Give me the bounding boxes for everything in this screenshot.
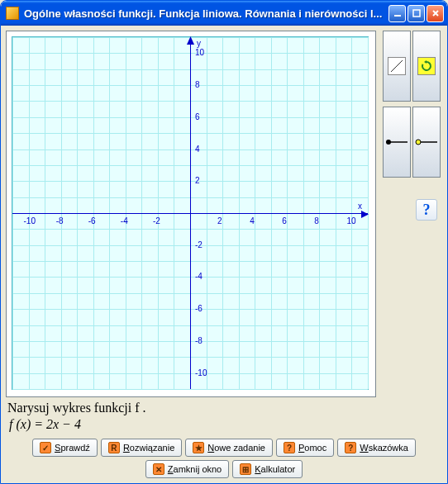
hint-button[interactable]: ?Wskazówka <box>337 439 416 457</box>
solution-button[interactable]: RRozwiązanie <box>101 439 182 457</box>
maximize-icon <box>412 9 421 17</box>
minimize-button[interactable] <box>388 5 406 22</box>
close-window-button[interactable]: ✕Zamknij okno <box>145 460 229 478</box>
titlebar: Ogólne własności funkcji. Funkcja liniow… <box>1 1 447 26</box>
close-icon <box>431 9 440 17</box>
close-label: amknij okno <box>174 464 222 474</box>
close-button[interactable] <box>427 5 444 22</box>
refresh-icon <box>417 57 436 75</box>
svg-rect-0 <box>394 15 401 17</box>
secondary-button-row: ✕Zamknij okno ⊞Kalkulator <box>6 458 442 480</box>
check-icon: ✓ <box>40 442 51 453</box>
svg-point-4 <box>386 140 391 145</box>
graph-frame: -10-8-6-4-2246810-10-8-6-4-2246810xy <box>6 31 376 397</box>
main-row: -10-8-6-4-2246810-10-8-6-4-2246810xy <box>6 31 442 397</box>
app-window: Ogólne własności funkcji. Funkcja liniow… <box>0 0 448 484</box>
help-button[interactable]: ?Pomoc <box>276 439 334 457</box>
task-prompt: Narysuj wykres funkcji f . <box>6 397 442 415</box>
segment-open-icon <box>414 137 439 147</box>
hint-icon: ? <box>345 442 356 453</box>
calculator-icon: ⊞ <box>240 463 251 475</box>
calc-label: alkulator <box>261 464 296 474</box>
svg-point-6 <box>416 140 421 145</box>
calculator-button[interactable]: ⊞Kalkulator <box>232 460 303 478</box>
svg-line-2 <box>391 60 403 72</box>
maximize-button[interactable] <box>407 5 425 22</box>
new-task-label: owe zadanie <box>214 443 265 453</box>
line-icon <box>388 57 406 75</box>
primary-button-row: ✓Sprawdź RRozwiązanie ★Nowe zadanie ?Pom… <box>6 437 442 458</box>
tool-segment-open[interactable] <box>412 107 441 178</box>
tool-line[interactable] <box>383 31 411 102</box>
new-task-button[interactable]: ★Nowe zadanie <box>185 439 273 457</box>
solution-label: ozwiązanie <box>130 443 174 453</box>
solution-icon: R <box>108 442 120 453</box>
graph-canvas[interactable]: -10-8-6-4-2246810-10-8-6-4-2246810xy <box>12 36 369 390</box>
svg-rect-1 <box>413 10 420 17</box>
new-task-icon: ★ <box>193 442 204 453</box>
tool-segment-closed[interactable] <box>383 107 411 178</box>
segment-closed-icon <box>384 137 409 147</box>
window-controls <box>388 5 444 22</box>
check-label: prawdź <box>60 443 89 453</box>
tool-refresh[interactable] <box>412 31 441 102</box>
tool-column: ? <box>383 31 441 221</box>
hint-label: skazówka <box>369 443 408 453</box>
window-title: Ogólne własności funkcji. Funkcja liniow… <box>24 7 388 20</box>
help-icon: ? <box>284 442 295 453</box>
task-prompt-text: Narysuj wykres funkcji f . <box>7 401 146 415</box>
app-icon <box>6 7 19 20</box>
check-button[interactable]: ✓Sprawdź <box>32 439 98 457</box>
content-area: -10-8-6-4-2246810-10-8-6-4-2246810xy <box>1 26 447 483</box>
context-help-button[interactable]: ? <box>416 199 437 221</box>
close-window-icon: ✕ <box>153 463 164 475</box>
help-label: omoc <box>304 443 326 453</box>
minimize-icon <box>393 9 402 17</box>
task-formula: f (x) = 2x − 4 <box>6 415 442 437</box>
